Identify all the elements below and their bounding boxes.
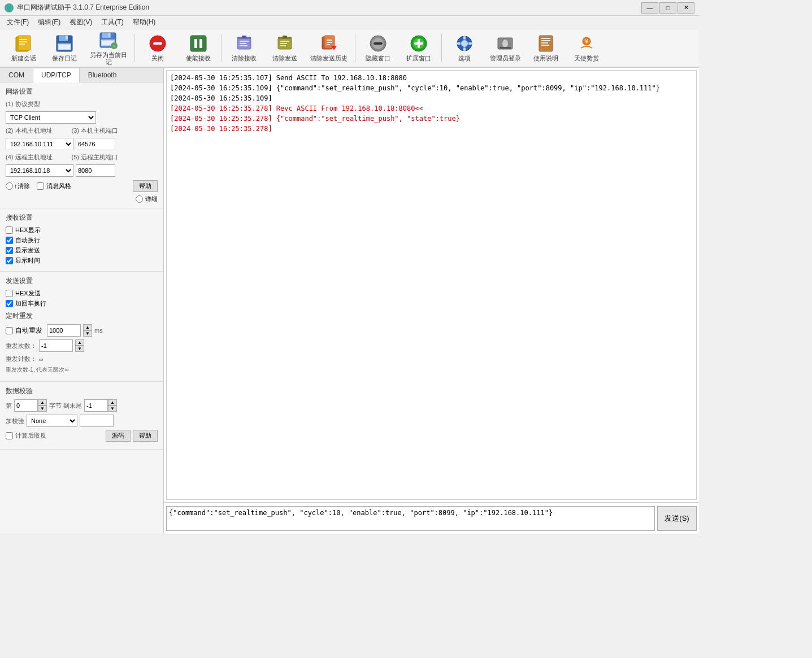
start-up-btn[interactable]: ▲	[38, 399, 47, 406]
svg-rect-49	[463, 36, 466, 40]
expand-window-button[interactable]: 扩展窗口	[400, 32, 438, 64]
svg-rect-21	[199, 39, 202, 48]
detail-radio-input[interactable]	[136, 195, 143, 203]
timed-resend-section: 定时重发 自动重发 ▲ ▼ ms 重发次数： ▲ ▼	[6, 311, 158, 374]
log-line-1: [2024-05-30 16:25:35.109] {"command":"se…	[170, 83, 693, 93]
interval-up-btn[interactable]: ▲	[83, 324, 92, 330]
log-line-2: [2024-05-30 16:25:35.109]	[170, 93, 693, 103]
show-time-checkbox[interactable]	[6, 257, 13, 264]
resend-count-input[interactable]	[39, 339, 73, 352]
start-down-btn[interactable]: ▼	[38, 406, 47, 412]
remote-host-select[interactable]: 192.168.10.18	[6, 164, 73, 177]
end-up-btn[interactable]: ▲	[108, 399, 117, 406]
calc-invert-checkbox[interactable]	[6, 432, 13, 439]
show-send-row: 显示发送	[6, 246, 158, 255]
close-button[interactable]: ✕	[678, 2, 694, 14]
source-btn[interactable]: 源码	[106, 430, 131, 442]
auto-newline-label: 自动换行	[15, 236, 40, 245]
minimize-button[interactable]: —	[641, 2, 658, 14]
calc-invert-label: 计算后取反	[15, 432, 46, 440]
svg-rect-12	[108, 33, 110, 37]
hex-display-checkbox[interactable]	[6, 226, 13, 234]
svg-text:+: +	[112, 43, 115, 49]
local-host-label: (2) 本机主机地址	[6, 127, 53, 135]
menu-file[interactable]: 文件(F)	[2, 16, 33, 28]
clear-recv-button[interactable]: 清除接收	[225, 32, 263, 64]
svg-rect-42	[374, 42, 383, 45]
start-input-group: ▲ ▼	[14, 399, 47, 412]
tab-udp-tcp[interactable]: UDP/TCP	[33, 68, 80, 82]
remote-port-label: (5) 远程主机端口	[72, 153, 119, 162]
checksum-extra-input[interactable]	[80, 415, 114, 427]
clear-send-button[interactable]: 清除发送	[266, 32, 304, 64]
send-button[interactable]: 发送(S)	[657, 506, 697, 531]
msg-style-checkbox[interactable]	[37, 182, 44, 190]
network-help-btn[interactable]: 帮助	[133, 180, 158, 192]
menu-help[interactable]: 帮助(H)	[128, 16, 160, 28]
add-crlf-checkbox[interactable]	[6, 300, 13, 307]
clear-hist-button[interactable]: 清除发送历史	[306, 32, 351, 64]
interval-unit: ms	[94, 327, 103, 334]
admin-login-button[interactable]: 管理员登录	[486, 32, 524, 64]
remote-inputs-row: 192.168.10.18	[6, 164, 158, 177]
options-button[interactable]: 选项	[445, 32, 484, 64]
protocol-select[interactable]: TCP Client TCP Server UDP	[6, 111, 96, 124]
right-panel: [2024-05-30 16:25:35.107] Send ASCII To …	[164, 68, 699, 534]
data-verify-title: 数据校验	[6, 386, 158, 396]
svg-point-48	[461, 40, 468, 47]
hex-send-row: HEX发送	[6, 289, 158, 298]
clear-recv-icon	[234, 33, 254, 54]
network-settings-section: 网络设置 (1) 协议类型 TCP Client TCP Server UDP …	[0, 82, 163, 208]
resend-count-down-btn[interactable]: ▼	[75, 346, 84, 352]
menu-edit[interactable]: 编辑(E)	[33, 16, 65, 28]
save-log-button[interactable]: 保存日记	[45, 32, 84, 64]
detail-row: 详细	[6, 195, 158, 203]
hex-send-checkbox[interactable]	[6, 290, 13, 297]
log-line-0: [2024-05-30 16:25:35.107] Send ASCII To …	[170, 73, 693, 83]
svg-rect-60	[541, 45, 549, 46]
start-input[interactable]	[14, 399, 38, 412]
tab-bluetooth[interactable]: Bluetooth	[80, 68, 125, 82]
interval-down-btn[interactable]: ▼	[83, 330, 92, 337]
send-input[interactable]: {"command":"set_realtime_push", "cycle":…	[166, 506, 655, 531]
show-send-checkbox[interactable]	[6, 247, 13, 254]
save-as-icon: +	[98, 30, 119, 50]
interval-input[interactable]	[47, 324, 81, 337]
tab-com[interactable]: COM	[0, 68, 33, 82]
end-input[interactable]	[84, 399, 108, 412]
close-label: 关闭	[151, 55, 164, 62]
clear-send-label: 清除发送	[272, 55, 297, 62]
remote-port-input[interactable]	[76, 164, 115, 177]
detail-radio-label: 详细	[145, 195, 158, 203]
recv-settings-title: 接收设置	[6, 213, 158, 223]
resend-count-up-btn[interactable]: ▲	[75, 339, 84, 346]
show-time-label: 显示时间	[15, 256, 40, 265]
clear-radio-input[interactable]	[6, 182, 13, 190]
admin-login-label: 管理员登录	[490, 55, 521, 62]
end-down-btn[interactable]: ▼	[108, 406, 117, 412]
hex-display-row: HEX显示	[6, 226, 158, 234]
svg-rect-9	[59, 45, 70, 49]
auto-newline-checkbox[interactable]	[6, 237, 13, 244]
menu-tools[interactable]: 工具(T)	[97, 16, 128, 28]
menu-view[interactable]: 视图(V)	[65, 16, 97, 28]
tabs: COM UDP/TCP Bluetooth	[0, 68, 163, 82]
local-port-input[interactable]	[76, 138, 115, 150]
local-host-select[interactable]: 192.168.10.111	[6, 138, 73, 150]
svg-rect-30	[283, 36, 287, 38]
new-session-label: 新建会话	[11, 55, 36, 62]
new-session-button[interactable]: 新建会话	[5, 32, 43, 64]
start-label: 第	[6, 402, 12, 410]
help-docs-button[interactable]: 使用说明	[527, 32, 565, 64]
auto-resend-checkbox[interactable]	[6, 327, 13, 334]
enable-recv-button[interactable]: 使能接收	[179, 32, 218, 64]
data-verify-help-btn[interactable]: 帮助	[133, 430, 158, 442]
checksum-select[interactable]: None CRC16 CRC32 MD5	[27, 415, 77, 427]
save-as-button[interactable]: + 另存为当前日记	[86, 32, 131, 64]
local-inputs-row: 192.168.10.111	[6, 138, 158, 150]
angel-button[interactable]: ¥ 天使赞赏	[567, 32, 606, 64]
svg-rect-46	[418, 39, 420, 48]
close-button-tb[interactable]: 关闭	[138, 32, 177, 64]
hide-window-button[interactable]: 隐藏窗口	[359, 32, 397, 64]
maximize-button[interactable]: □	[659, 2, 676, 14]
